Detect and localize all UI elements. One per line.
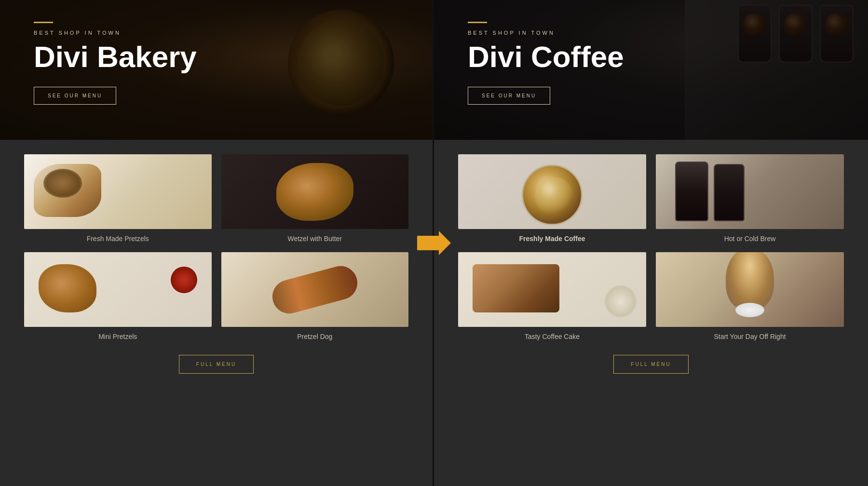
coffee-panel: BEST SHOP IN TOWN Divi Coffee SEE OUR ME… xyxy=(434,0,868,486)
bakery-accent-line xyxy=(34,22,53,23)
list-item: Fresh Made Pretzels xyxy=(24,154,212,243)
list-item: Start Your Day Off Right xyxy=(656,252,844,340)
bakery-subtitle: BEST SHOP IN TOWN xyxy=(34,30,399,36)
bakery-title: Divi Bakery xyxy=(34,40,399,73)
product-image-cold-brew xyxy=(656,154,844,229)
coffee-products-grid: Freshly Made Coffee Hot or Cold Brew Tas… xyxy=(458,154,844,340)
bakery-products-section: Fresh Made Pretzels Wetzel with Butter M… xyxy=(0,140,433,393)
product-label: Start Your Day Off Right xyxy=(714,333,786,340)
arrow-right-icon xyxy=(417,231,451,255)
coffee-menu-button[interactable]: SEE OUR MENU xyxy=(468,87,550,105)
list-item: Mini Pretzels xyxy=(24,252,212,340)
coffee-title: Divi Coffee xyxy=(468,40,834,73)
coffee-subtitle: BEST SHOP IN TOWN xyxy=(468,30,834,36)
product-image-woman-coffee xyxy=(656,252,844,327)
coffee-full-menu-container: FULL MENU xyxy=(458,352,844,378)
product-label: Fresh Made Pretzels xyxy=(87,235,149,243)
product-image-wetzel xyxy=(221,154,409,229)
product-image-pretzels-wrap xyxy=(24,154,212,229)
bakery-hero: BEST SHOP IN TOWN Divi Bakery SEE OUR ME… xyxy=(0,0,433,140)
bakery-hero-content: BEST SHOP IN TOWN Divi Bakery SEE OUR ME… xyxy=(0,0,433,126)
arrow-container xyxy=(417,231,451,255)
product-label: Mini Pretzels xyxy=(98,333,137,340)
list-item: Tasty Coffee Cake xyxy=(458,252,646,340)
bakery-full-menu-button[interactable]: FULL MENU xyxy=(179,355,254,374)
product-image-latte xyxy=(458,154,646,229)
svg-marker-0 xyxy=(417,231,451,255)
bakery-menu-button[interactable]: SEE OUR MENU xyxy=(34,87,116,105)
bakery-products-grid: Fresh Made Pretzels Wetzel with Butter M… xyxy=(24,154,408,340)
coffee-hero-content: BEST SHOP IN TOWN Divi Coffee SEE OUR ME… xyxy=(434,0,868,126)
product-image-coffee-cake xyxy=(458,252,646,327)
coffee-accent-line xyxy=(468,22,487,23)
main-container: BEST SHOP IN TOWN Divi Bakery SEE OUR ME… xyxy=(0,0,868,486)
list-item: Hot or Cold Brew xyxy=(656,154,844,243)
product-label: Pretzel Dog xyxy=(297,333,332,340)
product-label: Wetzel with Butter xyxy=(287,235,342,243)
bakery-panel: BEST SHOP IN TOWN Divi Bakery SEE OUR ME… xyxy=(0,0,434,486)
product-label: Tasty Coffee Cake xyxy=(525,333,580,340)
bakery-full-menu-container: FULL MENU xyxy=(24,352,408,378)
coffee-products-section: Freshly Made Coffee Hot or Cold Brew Tas… xyxy=(434,140,868,393)
product-image-pretzel-dog xyxy=(221,252,409,327)
product-label: Hot or Cold Brew xyxy=(724,235,776,243)
product-label: Freshly Made Coffee xyxy=(519,235,585,243)
coffee-full-menu-button[interactable]: FULL MENU xyxy=(613,355,688,374)
coffee-hero: BEST SHOP IN TOWN Divi Coffee SEE OUR ME… xyxy=(434,0,868,140)
product-image-mini-pretzels xyxy=(24,252,212,327)
list-item: Freshly Made Coffee xyxy=(458,154,646,243)
list-item: Wetzel with Butter xyxy=(221,154,409,243)
list-item: Pretzel Dog xyxy=(221,252,409,340)
